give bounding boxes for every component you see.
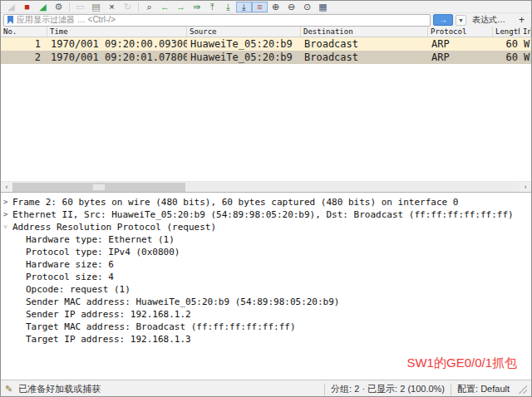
- table-row[interactable]: 1 1970/001 09:20:00.093000 HuaweiTe_05:2…: [1, 37, 531, 51]
- column-header-protocol[interactable]: Protocol: [428, 27, 493, 37]
- cell-time: 1970/001 09:20:00.093000: [47, 37, 187, 51]
- filter-placeholder: 应用显示过滤器 … <Ctrl-/>: [17, 14, 116, 26]
- statusbar-separator: [324, 384, 325, 395]
- packet-list-header: No. Time Source Destination Protocol Len…: [1, 27, 531, 37]
- cell-source: HuaweiTe_05:20:b9: [187, 51, 301, 64]
- scrollbar-thumb[interactable]: [12, 183, 185, 192]
- column-header-length[interactable]: Length: [493, 27, 520, 37]
- zoom-out-icon[interactable]: ⊖: [283, 2, 299, 12]
- expander-icon[interactable]: >: [3, 208, 12, 221]
- scrollbar-grip: [93, 184, 105, 190]
- column-header-time[interactable]: Time: [47, 27, 187, 37]
- window-resize-grip[interactable]: [519, 385, 527, 394]
- column-header-source[interactable]: Source: [187, 27, 301, 37]
- go-to-bottom-icon[interactable]: ⤓: [220, 2, 236, 12]
- display-filter-input[interactable]: 应用显示过滤器 … <Ctrl-/>: [3, 14, 431, 27]
- cell-time: 1970/001 09:20:01.078000: [47, 51, 187, 64]
- find-packet-icon[interactable]: ⌕: [141, 2, 157, 12]
- cell-source: HuaweiTe_05:20:b9: [187, 37, 301, 51]
- detail-field-line[interactable]: Protocol type: IPv4 (0x0800): [1, 246, 531, 258]
- status-bar: ✎ 已准备好加载或捕获 分组: 2 · 已显示: 2 (100.0%) 配置: …: [1, 380, 531, 397]
- detail-field-line[interactable]: Sender IP address: 192.168.1.2: [1, 308, 531, 321]
- detail-field-line[interactable]: Hardware size: 6: [1, 258, 531, 271]
- table-row-selected[interactable]: 2 1970/001 09:20:01.078000 HuaweiTe_05:2…: [1, 51, 531, 64]
- column-header-no[interactable]: No.: [1, 27, 47, 37]
- toolbar-separator: [138, 2, 139, 12]
- stop-capture-icon[interactable]: ■: [19, 2, 35, 12]
- save-file-icon[interactable]: ▤: [88, 2, 104, 12]
- filter-dropdown-button[interactable]: ▼: [456, 15, 466, 26]
- zoom-reset-icon[interactable]: ⊙: [299, 2, 315, 12]
- close-file-icon[interactable]: ×: [104, 2, 120, 12]
- zoom-in-icon[interactable]: ⊕: [268, 2, 283, 12]
- cell-info: W: [520, 37, 531, 51]
- auto-scroll-icon[interactable]: ⤓: [236, 2, 252, 12]
- apply-filter-button[interactable]: →: [433, 14, 453, 26]
- reload-file-icon[interactable]: ↻: [120, 2, 135, 12]
- go-back-icon[interactable]: ←: [157, 2, 173, 12]
- cell-protocol: ARP: [428, 51, 493, 64]
- expander-icon[interactable]: ˅: [3, 221, 12, 233]
- detail-field-line[interactable]: Sender MAC address: HuaweiTe_05:20:b9 (5…: [1, 296, 531, 308]
- detail-field-line[interactable]: Protocol size: 4: [1, 271, 531, 283]
- resize-columns-icon[interactable]: ▦: [315, 2, 331, 12]
- horizontal-scrollbar[interactable]: ‹ ›: [1, 181, 531, 192]
- expert-info-icon[interactable]: ✎: [5, 384, 12, 395]
- status-profile[interactable]: 配置: Default: [457, 383, 510, 395]
- wireshark-window: ◢ ■ ◢ ⚙ ▭ ▤ × ↻ ⌕ ← → ⇒ ⤒ ⤓ ⤓ ≡ ⊕ ⊖ ⊙ ▦ …: [0, 0, 532, 397]
- open-file-icon[interactable]: ▭: [72, 2, 88, 12]
- capture-options-icon[interactable]: ⚙: [51, 2, 66, 12]
- detail-field-line[interactable]: Target IP address: 192.168.1.3: [1, 333, 531, 346]
- start-capture-icon[interactable]: ◢: [3, 2, 19, 12]
- packet-list-pane: No. Time Source Destination Protocol Len…: [1, 27, 531, 192]
- scroll-right-icon[interactable]: ›: [520, 182, 531, 193]
- cell-destination: Broadcast: [301, 51, 428, 64]
- status-ready-text: 已准备好加载或捕获: [18, 383, 318, 395]
- detail-arp-line[interactable]: ˅Address Resolution Protocol (request): [1, 221, 531, 233]
- cell-no: 2: [1, 51, 47, 64]
- colorize-icon[interactable]: ≡: [252, 2, 268, 12]
- detail-field-line[interactable]: Opcode: request (1): [1, 283, 531, 296]
- go-to-packet-icon[interactable]: ⇒: [189, 2, 204, 12]
- status-packet-count: 分组: 2 · 已显示: 2 (100.0%): [331, 383, 445, 395]
- cell-protocol: ARP: [428, 37, 493, 51]
- packet-details-pane: >Frame 2: 60 bytes on wire (480 bits), 6…: [1, 192, 531, 380]
- statusbar-separator: [451, 384, 451, 395]
- cell-length: 60: [493, 51, 520, 64]
- packet-list-empty-area: [1, 64, 531, 181]
- scrollbar-track[interactable]: [12, 182, 520, 193]
- detail-frame-line[interactable]: >Frame 2: 60 bytes on wire (480 bits), 6…: [1, 196, 531, 208]
- scroll-left-icon[interactable]: ‹: [1, 182, 12, 193]
- toolbar-separator: [69, 2, 70, 12]
- column-header-info[interactable]: In: [520, 27, 531, 37]
- detail-ethernet-line[interactable]: >Ethernet II, Src: HuaweiTe_05:20:b9 (54…: [1, 208, 531, 221]
- main-toolbar: ◢ ■ ◢ ⚙ ▭ ▤ × ↻ ⌕ ← → ⇒ ⤒ ⤓ ⤓ ≡ ⊕ ⊖ ⊙ ▦: [1, 1, 531, 13]
- column-header-destination[interactable]: Destination: [301, 27, 428, 37]
- filter-bookmark-icon[interactable]: [7, 16, 13, 24]
- expression-button[interactable]: 表达式…: [469, 14, 509, 26]
- filter-bar: 应用显示过滤器 … <Ctrl-/> → ▼ 表达式… +: [1, 13, 531, 27]
- expander-icon[interactable]: >: [3, 196, 12, 208]
- cell-destination: Broadcast: [301, 37, 428, 51]
- cell-length: 60: [493, 37, 520, 51]
- detail-field-line[interactable]: Target MAC address: Broadcast (ff:ff:ff:…: [1, 321, 531, 333]
- go-forward-icon[interactable]: →: [173, 2, 189, 12]
- cell-no: 1: [1, 37, 47, 51]
- add-filter-button[interactable]: +: [515, 14, 529, 26]
- go-to-top-icon[interactable]: ⤒: [204, 2, 220, 12]
- cell-info: W: [520, 51, 531, 64]
- restart-capture-icon[interactable]: ◢: [35, 2, 51, 12]
- capture-annotation: SW1的GE0/0/1抓包: [406, 355, 517, 371]
- detail-field-line[interactable]: Hardware type: Ethernet (1): [1, 233, 531, 246]
